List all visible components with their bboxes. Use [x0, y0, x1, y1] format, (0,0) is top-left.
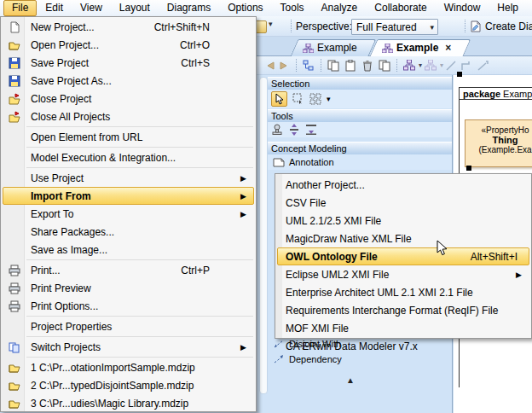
submenu-item-enterprise-architect[interactable]: Enterprise Architect UML 2.1 XMI 2.1 Fil… [277, 283, 529, 301]
scrollbar[interactable] [259, 77, 268, 394]
sticky-selection-tool[interactable] [292, 93, 304, 105]
package-frame-header[interactable]: package Example [459, 87, 532, 100]
submenu-item-mof-xmi[interactable]: MOF XMI File [277, 319, 529, 337]
print-preview-icon [9, 282, 20, 294]
menu-item-save-project[interactable]: Save Project Ctrl+S [3, 54, 254, 72]
submenu-item-uml-xmi-file[interactable]: UML 2.1/2.5 XMI File [277, 212, 529, 230]
distribute-tool[interactable] [288, 124, 300, 136]
menu-view[interactable]: View [72, 0, 111, 16]
multi-selection-tool[interactable] [309, 93, 321, 105]
chevron-down-icon[interactable]: ▾ [419, 61, 422, 69]
selection-header[interactable]: Selection [268, 77, 452, 90]
menu-item-import-from[interactable]: Import From ▶ [3, 187, 254, 205]
match-size-tool[interactable] [305, 124, 317, 136]
menu-item-recent-3[interactable]: 3 C:\Pr...udies\Magic Library.mdzip [3, 394, 254, 412]
menu-item-print-options[interactable]: Print Options... [3, 297, 254, 315]
menu-layout[interactable]: Layout [111, 0, 159, 16]
copy-icon[interactable] [327, 60, 339, 72]
menu-window[interactable]: Window [436, 0, 489, 16]
submenu-item-magicdraw-native-xml[interactable]: MagicDraw Native XML File [277, 230, 529, 247]
diagram-tab-bar: Example Example × [257, 37, 532, 56]
new-diagram-icon [470, 20, 482, 32]
toolbar-partial-icon[interactable] [255, 20, 267, 33]
delete-icon[interactable] [361, 60, 373, 72]
menu-item-label: Enterprise Architect UML 2.1 XMI 2.1 Fil… [286, 287, 473, 299]
scroll-up-icon[interactable]: ▲ [346, 375, 355, 385]
tab-example-1[interactable]: Example [294, 39, 373, 56]
submenu-arrow-icon: ▶ [516, 270, 522, 279]
tab-example-2-active[interactable]: Example × [373, 39, 467, 56]
menu-item-label: CSV File [286, 197, 326, 209]
menu-collaborate[interactable]: Collaborate [366, 0, 435, 16]
perspective-value: Full Featured [352, 21, 430, 33]
menu-item-save-as-image[interactable]: Save as Image... [3, 241, 254, 259]
menu-diagrams[interactable]: Diagrams [159, 0, 219, 16]
menu-item-use-project[interactable]: Use Project ▶ [3, 169, 254, 187]
menu-item-export-to[interactable]: Export To ▶ [3, 205, 254, 223]
submenu-item-another-project[interactable]: Another Project... [277, 176, 529, 194]
save-icon [9, 57, 20, 69]
paste-icon[interactable] [344, 60, 356, 72]
selection-handle[interactable] [466, 166, 471, 171]
submenu-item-reqif[interactable]: Requirements Interchange Format (ReqIF) … [277, 301, 529, 319]
menu-item-model-execution[interactable]: Model Execution & Integration... [3, 148, 254, 166]
toolbar-separator [321, 59, 321, 72]
menu-item-open-element-from-url[interactable]: Open Element from URL [3, 128, 254, 146]
menu-item-shortcut: Ctrl+Shift+N [154, 21, 210, 33]
submenu-item-eclipse-uml2-xmi[interactable]: Eclipse UML2 XMI File ▶ [277, 265, 529, 283]
menu-analyze[interactable]: Analyze [313, 0, 367, 16]
menu-item-recent-1[interactable]: 1 C:\Pr...otationImportSample.mdzip [3, 358, 254, 376]
file-menu-popup: New Project... Ctrl+Shift+N Open Project… [0, 16, 257, 412]
dependency-label: Dependency [289, 354, 342, 364]
menu-item-close-project[interactable]: Close Project [3, 90, 254, 108]
menu-help[interactable]: Help [489, 0, 527, 16]
chevron-down-icon[interactable]: ▾ [327, 95, 331, 103]
paste-special-icon[interactable] [379, 60, 390, 72]
menu-item-label: New Project... [31, 21, 95, 33]
forward-arrow-icon[interactable] [280, 61, 290, 71]
menu-edit[interactable]: Edit [37, 0, 72, 16]
menu-item-open-project[interactable]: Open Project... Ctrl+O [3, 36, 254, 54]
tab-label: Example [396, 42, 438, 54]
line-tool-icon-disabled [446, 61, 456, 71]
menu-item-new-project[interactable]: New Project... Ctrl+Shift+N [3, 18, 254, 36]
menu-item-label: Export To [31, 208, 73, 220]
select-cursor-tool[interactable] [271, 91, 287, 107]
menu-item-recent-2[interactable]: 2 C:\Pr...typedDisjointSample.mdzip [3, 376, 254, 394]
menu-item-share-packages[interactable]: Share Packages... [3, 223, 254, 241]
arrow-tool-icon-disabled [477, 61, 489, 71]
class-name: Thing [466, 135, 532, 145]
menu-tools[interactable]: Tools [272, 0, 313, 16]
tools-header[interactable]: Tools [268, 109, 452, 122]
create-diagram-button[interactable]: Create Diagra [470, 19, 532, 34]
menu-item-close-all-projects[interactable]: Close All Projects [3, 108, 254, 125]
menu-item-shortcut: Ctrl+S [181, 57, 210, 69]
menu-item-label: Requirements Interchange Format (ReqIF) … [286, 305, 498, 317]
chevron-down-icon[interactable]: ▾ [269, 20, 273, 28]
containment-tree-icon[interactable] [303, 60, 315, 71]
submenu-item-csv-file[interactable]: CSV File [277, 194, 529, 212]
menu-file[interactable]: File [3, 0, 37, 16]
menu-options[interactable]: Options [219, 0, 271, 16]
selection-handle[interactable] [457, 72, 462, 77]
menu-item-print-preview[interactable]: Print Preview [3, 279, 254, 297]
submenu-arrow-icon: ▶ [240, 192, 246, 201]
submenu-item-ca-erwin[interactable]: CA ERwin Data Modeler v7.x [277, 337, 529, 355]
perspective-select[interactable]: Full Featured ▾ [351, 19, 438, 35]
stamp-tool[interactable] [271, 124, 283, 136]
back-arrow-icon[interactable] [264, 61, 275, 71]
menu-item-label: 3 C:\Pr...udies\Magic Library.mdzip [31, 398, 188, 410]
annotation-tool[interactable]: Annotation [268, 154, 452, 170]
menu-item-label: Use Project [31, 172, 84, 184]
menu-item-save-project-as[interactable]: Save Project As... [3, 72, 254, 90]
close-tab-icon[interactable]: × [445, 42, 451, 54]
layout-hierarchy-icon[interactable] [403, 60, 415, 71]
concept-modeling-header[interactable]: Concept Modeling [268, 142, 452, 154]
menu-item-project-properties[interactable]: Project Properties [3, 317, 254, 335]
diagram-icon [303, 44, 314, 53]
submenu-item-owl-ontology-file[interactable]: OWL Ontology File Alt+Shift+I [277, 247, 529, 265]
menu-item-print[interactable]: Print... Ctrl+P [3, 261, 254, 279]
menu-item-label: Switch Projects [31, 341, 101, 353]
thing-class-box[interactable]: «PropertyHo Thing (Example.Exa [465, 119, 532, 167]
menu-item-switch-projects[interactable]: Switch Projects ▶ [3, 338, 254, 356]
